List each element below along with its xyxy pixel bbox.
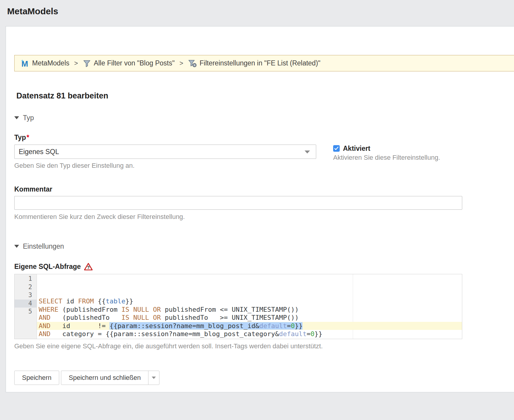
- checkmark-icon: [334, 147, 339, 150]
- breadcrumb-separator: >: [179, 59, 183, 67]
- breadcrumb-item-filter-settings[interactable]: Filtereinstellungen in "FE List (Related…: [188, 59, 320, 68]
- caret-down-icon: [14, 116, 19, 119]
- required-mark: *: [26, 134, 29, 141]
- kommentar-help: Kommentieren Sie kurz den Zweck dieser F…: [14, 213, 514, 221]
- sql-editor-code[interactable]: SELECT id FROM {{table}}WHERE (published…: [37, 274, 462, 339]
- typ-field: Typ* Eigenes SQL Geben Sie den Typ diese…: [14, 133, 316, 170]
- sql-help: Geben Sie eine eigene SQL-Abfrage ein, d…: [14, 342, 514, 350]
- filter-icon: [83, 59, 91, 68]
- breadcrumb-label: Filtereinstellungen in "FE List (Related…: [200, 59, 320, 67]
- section-typ-label: Typ: [23, 114, 34, 122]
- breadcrumb-label: Alle Filter von "Blog Posts": [94, 59, 175, 67]
- sql-editor[interactable]: 12345 SELECT id FROM {{table}}WHERE (pub…: [14, 274, 462, 339]
- code-line: AND category = {{param::session?name=mm_…: [37, 330, 462, 338]
- aktiviert-help: Aktivieren Sie diese Filtereinstellung.: [333, 154, 440, 162]
- typ-select[interactable]: Eigenes SQL: [14, 145, 316, 159]
- page-title: MetaModels: [0, 0, 514, 17]
- sql-editor-gutter: 12345: [15, 274, 37, 339]
- typ-label: Typ*: [14, 133, 316, 142]
- warning-triangle-icon: ?: [84, 263, 93, 271]
- code-line: SELECT id FROM {{table}}: [37, 297, 462, 305]
- breadcrumb: M MetaModels > Alle Filter von "Blog Pos…: [14, 55, 514, 71]
- breadcrumb-item-metamodels[interactable]: M MetaModels: [20, 59, 69, 68]
- typ-label-text: Typ: [14, 134, 26, 141]
- chevron-down-icon: [305, 151, 310, 153]
- save-button[interactable]: Speichern: [14, 371, 59, 385]
- sql-label: Eigene SQL-Abfrage: [14, 262, 81, 271]
- section-einstellungen-label: Einstellungen: [23, 242, 64, 250]
- button-bar: Speichern Speichern und schließen: [14, 371, 514, 385]
- filter-settings-icon: [188, 59, 197, 68]
- gutter-line-number: 5: [15, 308, 37, 316]
- caret-down-icon: [14, 245, 19, 248]
- section-typ-toggle[interactable]: Typ: [14, 114, 514, 122]
- typ-help: Geben Sie den Typ dieser Einstellung an.: [14, 162, 316, 170]
- save-options-dropdown-button[interactable]: [148, 371, 159, 385]
- aktiviert-label: Aktiviert: [343, 144, 370, 153]
- typ-row: Typ* Eigenes SQL Geben Sie den Typ diese…: [14, 133, 514, 170]
- aktiviert-field: Aktiviert Aktivieren Sie diese Filterein…: [333, 133, 440, 170]
- gutter-line-number: 3: [15, 291, 37, 300]
- code-line: AND id != {{param::session?name=mm_blog_…: [37, 322, 462, 330]
- gutter-line-number: 2: [15, 283, 37, 292]
- record-heading: Datensatz 81 bearbeiten: [16, 91, 514, 101]
- content-panel: M MetaModels > Alle Filter von "Blog Pos…: [6, 26, 514, 392]
- save-and-close-button[interactable]: Speichern und schließen: [61, 371, 148, 385]
- aktiviert-checkbox[interactable]: [333, 145, 340, 152]
- typ-select-value: Eigenes SQL: [19, 148, 59, 156]
- gutter-line-number: 1: [15, 275, 37, 283]
- code-line: AND (publishedTo IS NULL OR publishedTo …: [37, 314, 462, 322]
- section-einstellungen-toggle[interactable]: Einstellungen: [14, 242, 514, 250]
- kommentar-input[interactable]: [14, 196, 462, 210]
- kommentar-label: Kommentar: [14, 185, 514, 193]
- code-line: WHERE (publishedFrom IS NULL OR publishe…: [37, 305, 462, 314]
- breadcrumb-label: MetaModels: [32, 59, 69, 67]
- svg-text:?: ?: [87, 265, 90, 270]
- metamodels-logo-icon: M: [20, 59, 29, 68]
- breadcrumb-item-filters[interactable]: Alle Filter von "Blog Posts": [83, 59, 175, 68]
- chevron-down-icon: [152, 377, 156, 379]
- gutter-line-number: 4: [15, 300, 37, 308]
- breadcrumb-separator: >: [74, 59, 78, 67]
